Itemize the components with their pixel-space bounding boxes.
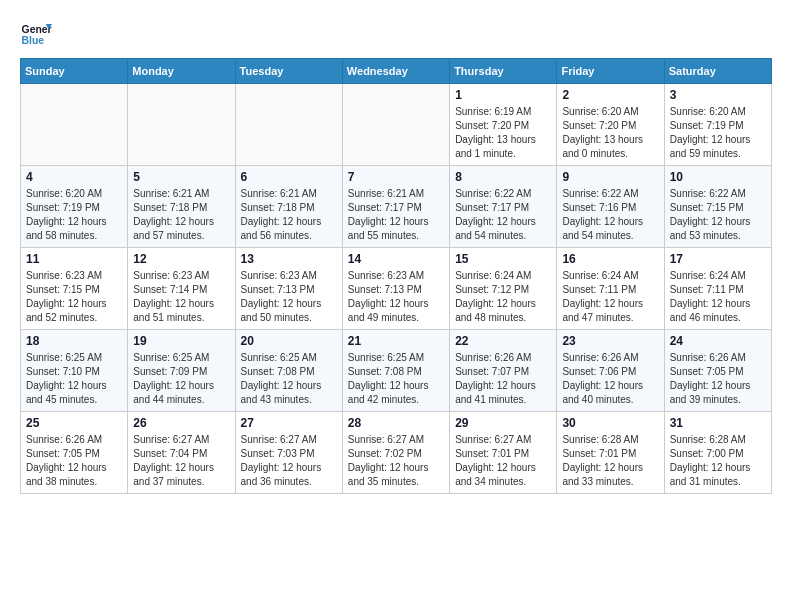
day-info: Sunrise: 6:21 AM Sunset: 7:18 PM Dayligh… [133, 187, 229, 243]
day-info: Sunrise: 6:24 AM Sunset: 7:11 PM Dayligh… [562, 269, 658, 325]
day-info: Sunrise: 6:27 AM Sunset: 7:01 PM Dayligh… [455, 433, 551, 489]
calendar-cell: 10Sunrise: 6:22 AM Sunset: 7:15 PM Dayli… [664, 166, 771, 248]
calendar-cell: 12Sunrise: 6:23 AM Sunset: 7:14 PM Dayli… [128, 248, 235, 330]
calendar-cell: 7Sunrise: 6:21 AM Sunset: 7:17 PM Daylig… [342, 166, 449, 248]
day-number: 17 [670, 252, 766, 266]
day-number: 29 [455, 416, 551, 430]
day-number: 25 [26, 416, 122, 430]
day-number: 5 [133, 170, 229, 184]
logo: General Blue [20, 20, 52, 48]
weekday-header-thursday: Thursday [450, 59, 557, 84]
day-number: 21 [348, 334, 444, 348]
calendar-cell: 4Sunrise: 6:20 AM Sunset: 7:19 PM Daylig… [21, 166, 128, 248]
calendar-cell: 30Sunrise: 6:28 AM Sunset: 7:01 PM Dayli… [557, 412, 664, 494]
day-info: Sunrise: 6:20 AM Sunset: 7:19 PM Dayligh… [670, 105, 766, 161]
calendar-cell: 11Sunrise: 6:23 AM Sunset: 7:15 PM Dayli… [21, 248, 128, 330]
day-number: 22 [455, 334, 551, 348]
svg-text:Blue: Blue [22, 35, 45, 46]
day-info: Sunrise: 6:26 AM Sunset: 7:06 PM Dayligh… [562, 351, 658, 407]
day-number: 4 [26, 170, 122, 184]
day-info: Sunrise: 6:27 AM Sunset: 7:03 PM Dayligh… [241, 433, 337, 489]
day-number: 8 [455, 170, 551, 184]
day-number: 18 [26, 334, 122, 348]
calendar-cell [21, 84, 128, 166]
day-number: 28 [348, 416, 444, 430]
day-number: 3 [670, 88, 766, 102]
weekday-header-friday: Friday [557, 59, 664, 84]
calendar-week-row: 4Sunrise: 6:20 AM Sunset: 7:19 PM Daylig… [21, 166, 772, 248]
day-info: Sunrise: 6:23 AM Sunset: 7:15 PM Dayligh… [26, 269, 122, 325]
day-number: 27 [241, 416, 337, 430]
day-number: 14 [348, 252, 444, 266]
day-number: 10 [670, 170, 766, 184]
calendar-cell: 29Sunrise: 6:27 AM Sunset: 7:01 PM Dayli… [450, 412, 557, 494]
calendar-cell: 19Sunrise: 6:25 AM Sunset: 7:09 PM Dayli… [128, 330, 235, 412]
day-number: 9 [562, 170, 658, 184]
day-info: Sunrise: 6:28 AM Sunset: 7:01 PM Dayligh… [562, 433, 658, 489]
day-number: 26 [133, 416, 229, 430]
calendar-cell: 26Sunrise: 6:27 AM Sunset: 7:04 PM Dayli… [128, 412, 235, 494]
weekday-header-saturday: Saturday [664, 59, 771, 84]
calendar-cell: 25Sunrise: 6:26 AM Sunset: 7:05 PM Dayli… [21, 412, 128, 494]
day-number: 20 [241, 334, 337, 348]
day-info: Sunrise: 6:22 AM Sunset: 7:15 PM Dayligh… [670, 187, 766, 243]
day-info: Sunrise: 6:25 AM Sunset: 7:08 PM Dayligh… [348, 351, 444, 407]
calendar-week-row: 11Sunrise: 6:23 AM Sunset: 7:15 PM Dayli… [21, 248, 772, 330]
page-header: General Blue [20, 20, 772, 48]
day-info: Sunrise: 6:23 AM Sunset: 7:13 PM Dayligh… [348, 269, 444, 325]
calendar-cell: 9Sunrise: 6:22 AM Sunset: 7:16 PM Daylig… [557, 166, 664, 248]
calendar-cell: 28Sunrise: 6:27 AM Sunset: 7:02 PM Dayli… [342, 412, 449, 494]
day-number: 19 [133, 334, 229, 348]
calendar-cell: 13Sunrise: 6:23 AM Sunset: 7:13 PM Dayli… [235, 248, 342, 330]
calendar-cell: 24Sunrise: 6:26 AM Sunset: 7:05 PM Dayli… [664, 330, 771, 412]
calendar-cell: 15Sunrise: 6:24 AM Sunset: 7:12 PM Dayli… [450, 248, 557, 330]
calendar-cell [342, 84, 449, 166]
calendar-cell: 1Sunrise: 6:19 AM Sunset: 7:20 PM Daylig… [450, 84, 557, 166]
day-info: Sunrise: 6:26 AM Sunset: 7:05 PM Dayligh… [26, 433, 122, 489]
weekday-header-row: SundayMondayTuesdayWednesdayThursdayFrid… [21, 59, 772, 84]
day-info: Sunrise: 6:24 AM Sunset: 7:11 PM Dayligh… [670, 269, 766, 325]
day-number: 11 [26, 252, 122, 266]
day-info: Sunrise: 6:21 AM Sunset: 7:18 PM Dayligh… [241, 187, 337, 243]
calendar-cell: 14Sunrise: 6:23 AM Sunset: 7:13 PM Dayli… [342, 248, 449, 330]
calendar-week-row: 18Sunrise: 6:25 AM Sunset: 7:10 PM Dayli… [21, 330, 772, 412]
day-number: 16 [562, 252, 658, 266]
calendar-cell: 21Sunrise: 6:25 AM Sunset: 7:08 PM Dayli… [342, 330, 449, 412]
logo-icon: General Blue [20, 20, 52, 48]
day-info: Sunrise: 6:22 AM Sunset: 7:17 PM Dayligh… [455, 187, 551, 243]
day-info: Sunrise: 6:20 AM Sunset: 7:20 PM Dayligh… [562, 105, 658, 161]
calendar-cell: 31Sunrise: 6:28 AM Sunset: 7:00 PM Dayli… [664, 412, 771, 494]
calendar-cell: 23Sunrise: 6:26 AM Sunset: 7:06 PM Dayli… [557, 330, 664, 412]
calendar-cell: 8Sunrise: 6:22 AM Sunset: 7:17 PM Daylig… [450, 166, 557, 248]
day-info: Sunrise: 6:27 AM Sunset: 7:04 PM Dayligh… [133, 433, 229, 489]
calendar-cell: 18Sunrise: 6:25 AM Sunset: 7:10 PM Dayli… [21, 330, 128, 412]
calendar-week-row: 1Sunrise: 6:19 AM Sunset: 7:20 PM Daylig… [21, 84, 772, 166]
day-info: Sunrise: 6:25 AM Sunset: 7:10 PM Dayligh… [26, 351, 122, 407]
day-info: Sunrise: 6:26 AM Sunset: 7:05 PM Dayligh… [670, 351, 766, 407]
day-number: 13 [241, 252, 337, 266]
calendar-cell [128, 84, 235, 166]
day-info: Sunrise: 6:28 AM Sunset: 7:00 PM Dayligh… [670, 433, 766, 489]
day-info: Sunrise: 6:24 AM Sunset: 7:12 PM Dayligh… [455, 269, 551, 325]
calendar-cell: 5Sunrise: 6:21 AM Sunset: 7:18 PM Daylig… [128, 166, 235, 248]
calendar-cell: 22Sunrise: 6:26 AM Sunset: 7:07 PM Dayli… [450, 330, 557, 412]
day-number: 30 [562, 416, 658, 430]
day-number: 12 [133, 252, 229, 266]
day-number: 2 [562, 88, 658, 102]
day-info: Sunrise: 6:23 AM Sunset: 7:14 PM Dayligh… [133, 269, 229, 325]
day-info: Sunrise: 6:22 AM Sunset: 7:16 PM Dayligh… [562, 187, 658, 243]
day-number: 7 [348, 170, 444, 184]
day-number: 15 [455, 252, 551, 266]
day-info: Sunrise: 6:19 AM Sunset: 7:20 PM Dayligh… [455, 105, 551, 161]
calendar-week-row: 25Sunrise: 6:26 AM Sunset: 7:05 PM Dayli… [21, 412, 772, 494]
day-info: Sunrise: 6:25 AM Sunset: 7:08 PM Dayligh… [241, 351, 337, 407]
calendar-cell: 17Sunrise: 6:24 AM Sunset: 7:11 PM Dayli… [664, 248, 771, 330]
calendar-cell: 3Sunrise: 6:20 AM Sunset: 7:19 PM Daylig… [664, 84, 771, 166]
day-number: 23 [562, 334, 658, 348]
day-info: Sunrise: 6:23 AM Sunset: 7:13 PM Dayligh… [241, 269, 337, 325]
day-info: Sunrise: 6:25 AM Sunset: 7:09 PM Dayligh… [133, 351, 229, 407]
weekday-header-tuesday: Tuesday [235, 59, 342, 84]
weekday-header-sunday: Sunday [21, 59, 128, 84]
calendar-cell [235, 84, 342, 166]
calendar-cell: 27Sunrise: 6:27 AM Sunset: 7:03 PM Dayli… [235, 412, 342, 494]
